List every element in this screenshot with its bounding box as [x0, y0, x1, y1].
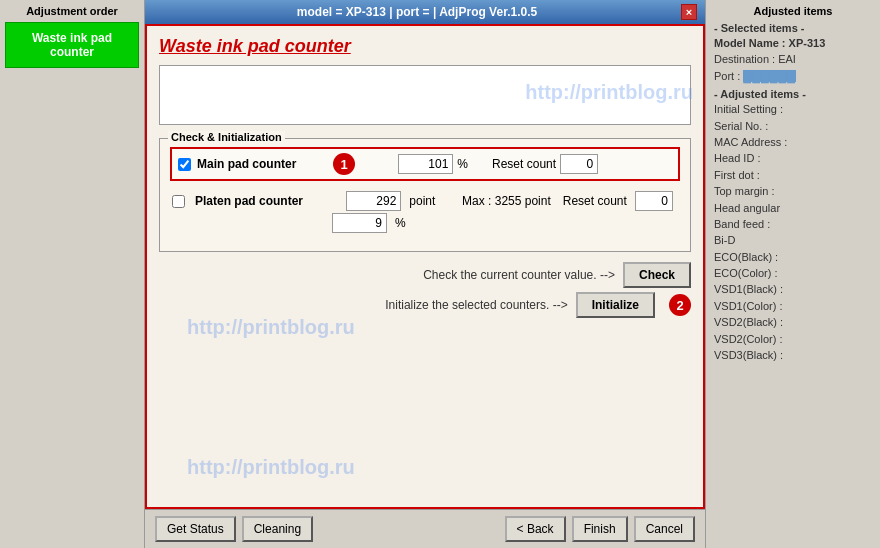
platen-row-bottom: %	[332, 213, 410, 233]
left-panel-title: Adjustment order	[5, 5, 139, 17]
vsd3-black: VSD3(Black) :	[714, 348, 872, 363]
initialize-action-row: Initialize the selected counters. --> In…	[159, 292, 691, 318]
head-angular: Head angular	[714, 201, 872, 216]
top-margin: Top margin :	[714, 184, 872, 199]
head-id: Head ID :	[714, 151, 872, 166]
right-panel: Adjusted items - Selected items - Model …	[705, 0, 880, 548]
adjusted-items-header: - Adjusted items -	[714, 88, 872, 100]
mac-address: MAC Address :	[714, 135, 872, 150]
bi-d: Bi-D	[714, 233, 872, 248]
platen-pad-unit-1: point	[409, 194, 435, 208]
selected-items-header: - Selected items -	[714, 22, 872, 34]
port-value: ██████	[743, 70, 796, 82]
reset-value-1[interactable]	[560, 154, 598, 174]
main-pad-unit: %	[457, 157, 468, 171]
eco-color: ECO(Color) :	[714, 266, 872, 281]
eco-black: ECO(Black) :	[714, 250, 872, 265]
main-pad-checkbox[interactable]	[178, 158, 191, 171]
model-name: Model Name : XP-313	[714, 36, 872, 51]
check-label: Check the current counter value. -->	[423, 268, 615, 282]
check-init-box: Check & Initialization Main pad counter …	[159, 138, 691, 252]
badge-2: 2	[669, 294, 691, 316]
first-dot: First dot :	[714, 168, 872, 183]
cancel-button[interactable]: Cancel	[634, 516, 695, 542]
main-area: model = XP-313 | port = | AdjProg Ver.1.…	[145, 0, 705, 548]
watermark-2: http://printblog.ru	[187, 316, 355, 339]
reset-value-2[interactable]	[635, 191, 673, 211]
platen-pad-label: Platen pad counter	[195, 194, 325, 208]
check-button[interactable]: Check	[623, 262, 691, 288]
platen-pad-unit-2: %	[395, 216, 406, 230]
dialog-content: Waste ink pad counter http://printblog.r…	[145, 24, 705, 509]
reset-label-1: Reset count	[492, 157, 556, 171]
title-bar: model = XP-313 | port = | AdjProg Ver.1.…	[145, 0, 705, 24]
finish-button[interactable]: Finish	[572, 516, 628, 542]
log-textarea[interactable]	[159, 65, 691, 125]
vsd2-color: VSD2(Color) :	[714, 332, 872, 347]
platen-row-top: Platen pad counter point Max : 3255 poin…	[172, 191, 673, 211]
right-panel-title: Adjusted items	[714, 5, 872, 17]
main-pad-value[interactable]: 101	[398, 154, 453, 174]
main-pad-counter-row: Main pad counter 1 101 % Reset count	[170, 147, 680, 181]
title-bar-text: model = XP-313 | port = | AdjProg Ver.1.…	[153, 5, 681, 19]
close-button[interactable]: ×	[681, 4, 697, 20]
port: Port : ██████	[714, 69, 872, 84]
platen-pad-value-2[interactable]	[332, 213, 387, 233]
vsd1-black: VSD1(Black) :	[714, 282, 872, 297]
vsd2-black: VSD2(Black) :	[714, 315, 872, 330]
serial-no: Serial No. :	[714, 119, 872, 134]
check-init-legend: Check & Initialization	[168, 131, 285, 143]
dialog-title: Waste ink pad counter	[159, 36, 691, 57]
left-panel: Adjustment order Waste ink pad counter	[0, 0, 145, 548]
initialize-button[interactable]: Initialize	[576, 292, 655, 318]
watermark-3: http://printblog.ru	[187, 456, 355, 479]
footer-bar: Get Status Cleaning < Back Finish Cancel	[145, 509, 705, 548]
badge-1: 1	[333, 153, 355, 175]
get-status-button[interactable]: Get Status	[155, 516, 236, 542]
initial-setting: Initial Setting :	[714, 102, 872, 117]
reset-label-2: Reset count	[563, 194, 627, 208]
platen-pad-checkbox[interactable]	[172, 195, 185, 208]
platen-pad-counter-row: Platen pad counter point Max : 3255 poin…	[170, 187, 680, 237]
check-action-row: Check the current counter value. --> Che…	[159, 262, 691, 288]
platen-pad-value-1[interactable]	[346, 191, 401, 211]
destination: Destination : EAI	[714, 52, 872, 67]
platen-pad-max: Max : 3255 point	[462, 194, 551, 208]
vsd1-color: VSD1(Color) :	[714, 299, 872, 314]
back-button[interactable]: < Back	[505, 516, 566, 542]
waste-ink-button[interactable]: Waste ink pad counter	[5, 22, 139, 68]
band-feed: Band feed :	[714, 217, 872, 232]
init-label: Initialize the selected counters. -->	[385, 298, 567, 312]
cleaning-button[interactable]: Cleaning	[242, 516, 313, 542]
main-pad-label: Main pad counter	[197, 157, 327, 171]
